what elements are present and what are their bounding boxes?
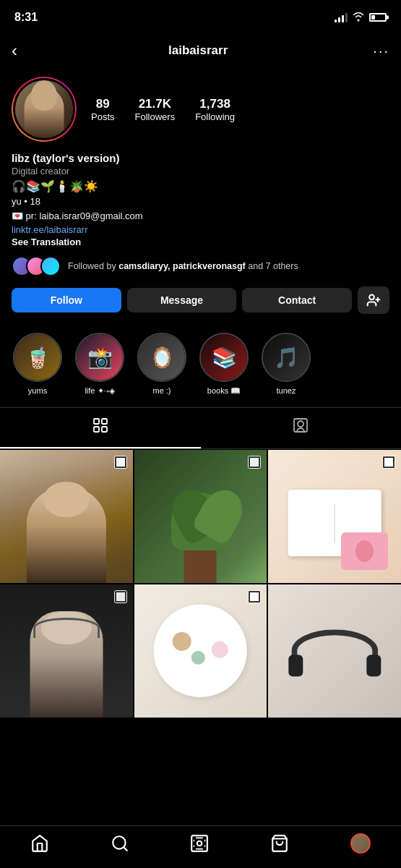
profile-section: 89 Posts 21.7K Followers 1,738 Following… [0,69,401,314]
svg-point-8 [298,421,303,427]
bio-email: 💌 pr: laiba.israr09@gmail.com [12,210,389,223]
nav-search[interactable] [111,834,129,853]
action-buttons: Follow Message Contact [12,286,389,314]
status-time: 8:31 [14,11,38,24]
message-button[interactable]: Message [127,288,237,312]
highlight-life[interactable]: 📸 life ✦·˖◈ [74,333,126,396]
battery-icon [369,13,387,22]
svg-line-10 [124,847,127,851]
follower-avatar-3 [40,256,61,276]
followed-by: Followed by camsdiaryy, patrickveronasgf… [12,256,389,276]
stat-followers[interactable]: 21.7K Followers [135,97,176,122]
post-4[interactable] [0,584,133,718]
bio-emojis: 🎧📚🌱🕯️🪴☀️ [12,179,389,193]
wifi-icon [352,12,365,24]
home-icon [30,834,49,853]
svg-rect-3 [94,419,99,424]
highlight-yums-label: yums [28,386,47,395]
multi-post-icon-3 [382,456,395,469]
tab-tagged[interactable] [201,408,402,448]
svg-point-0 [369,295,374,300]
highlights-section: 🧋 yums 📸 life ✦·˖◈ 🪞 me :) 📚 books 📖 🎵 t… [0,327,401,407]
contact-button[interactable]: Contact [242,288,352,312]
grid-svg [92,417,109,434]
post-1[interactable] [0,450,133,583]
bio-age: yu • 18 [12,195,389,208]
svg-rect-5 [94,427,99,432]
status-icons [335,12,387,24]
highlight-books-img: 📚 [201,334,247,380]
bio-link[interactable]: linktr.ee/laibaisrarr [12,224,389,235]
follow-button[interactable]: Follow [12,288,121,312]
back-button[interactable]: ‹ [12,38,23,64]
post-6[interactable] [268,584,401,718]
bio-section: libz (taylor's version) Digital creator … [12,152,389,247]
followed-by-text[interactable]: Followed by camsdiaryy, patrickveronasgf… [68,260,298,273]
post-5[interactable] [134,584,267,718]
multi-post-icon-1 [114,456,127,469]
nav-bar: ‹ laibaisrarr ··· [0,32,401,69]
highlight-yums[interactable]: 🧋 yums [12,333,64,396]
nav-username: laibaisrarr [168,43,228,58]
tab-grid[interactable] [0,408,201,448]
highlight-life-label: life ✦·˖◈ [85,386,114,396]
nav-shop[interactable] [270,834,289,853]
reels-icon [190,834,209,853]
add-user-icon [366,293,381,307]
profile-category: Digital creator [12,166,389,176]
highlight-me[interactable]: 🪞 me :) [136,333,188,396]
stat-posts[interactable]: 89 Posts [91,97,115,122]
status-bar: 8:31 [0,0,401,32]
bottom-nav [0,825,401,868]
tag-svg [292,417,309,434]
add-user-button[interactable] [358,286,389,314]
highlight-books-label: books 📖 [207,386,241,396]
see-translation[interactable]: See Translation [12,237,389,247]
svg-rect-4 [102,419,107,424]
stats-row: 89 Posts 21.7K Followers 1,738 Following [91,97,235,122]
highlight-books[interactable]: 📚 books 📖 [198,333,250,396]
multi-post-icon-5 [248,590,261,603]
nav-home[interactable] [30,834,49,853]
followed-by-names: camsdiaryy, patrickveronasgf [118,261,246,271]
profile-name: libz (taylor's version) [12,152,389,164]
more-options-button[interactable]: ··· [373,43,389,59]
followed-by-prefix: Followed by [68,261,118,271]
highlight-tunez[interactable]: 🎵 tunez [260,333,312,396]
multi-post-icon-2 [248,456,261,469]
posts-grid [0,450,401,717]
nav-reels[interactable] [190,834,209,853]
shop-icon [270,834,289,853]
search-icon [111,834,129,853]
multi-post-icon-4 [114,590,127,603]
follower-avatars [12,256,61,276]
highlight-tunez-img: 🎵 [263,334,309,380]
grid-icon [92,417,109,438]
highlight-me-img: 🪞 [139,334,185,380]
stat-following[interactable]: 1,738 Following [195,97,235,122]
signal-icon [335,12,348,22]
profile-avatar[interactable] [12,77,77,142]
followed-by-others: and 7 others [246,261,298,271]
tab-bar [0,407,401,449]
svg-rect-6 [102,427,107,432]
svg-point-12 [197,841,202,846]
highlight-life-img: 📸 [77,334,123,380]
highlight-tunez-label: tunez [277,386,296,395]
nav-profile[interactable] [350,833,371,854]
post-2[interactable] [134,450,267,583]
highlight-yums-img: 🧋 [14,334,61,380]
profile-nav-avatar [350,833,371,854]
post-3[interactable] [268,450,401,583]
tag-icon [292,417,309,438]
profile-top: 89 Posts 21.7K Followers 1,738 Following [12,77,389,142]
highlight-me-label: me :) [152,386,171,395]
